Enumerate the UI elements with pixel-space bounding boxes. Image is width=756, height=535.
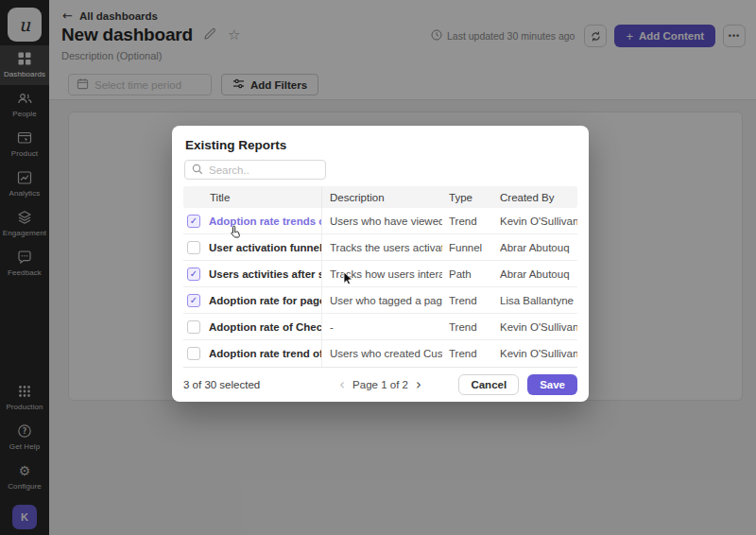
report-title: Adoption rate trend of Custom... (209, 348, 321, 359)
prev-page-icon[interactable]: ‹ (339, 378, 345, 392)
row-checkbox[interactable]: ✓ (187, 347, 200, 360)
search-input[interactable] (209, 164, 313, 176)
pagination: ‹ Page 1 of 2 › (339, 378, 421, 392)
report-title-link[interactable]: Adoption rate trends of sav... (209, 216, 321, 227)
row-checkbox[interactable]: ✓ (187, 294, 200, 307)
table-row[interactable]: ✓ Users activities after signing up Trac… (183, 261, 577, 287)
column-created-by: Created By (493, 192, 577, 203)
report-title: Users activities after signing up (209, 268, 321, 280)
report-title: User activation funnel (209, 242, 321, 253)
report-title: Adoption rate for pages (209, 295, 321, 306)
table-row[interactable]: ✓ Adoption rate of Checklists - Trend Ke… (183, 314, 577, 340)
search-box (184, 160, 326, 180)
column-title: Title (183, 192, 321, 203)
report-description: Users who created Custom dasb (321, 340, 442, 367)
existing-reports-modal: Existing Reports Title Description Type … (172, 126, 589, 402)
report-type: Trend (442, 295, 493, 306)
modal-title: Existing Reports (185, 138, 286, 152)
report-created-by: Kevin O'Sullivan (493, 348, 577, 359)
cancel-button[interactable]: Cancel (458, 374, 519, 395)
check-icon: ✓ (190, 296, 198, 305)
save-button[interactable]: Save (527, 374, 577, 395)
report-type: Path (442, 268, 493, 280)
column-type: Type (442, 192, 493, 203)
row-checkbox[interactable]: ✓ (187, 320, 200, 334)
report-type: Trend (442, 348, 493, 359)
report-description: Users who have viewed the in... (321, 208, 442, 233)
report-created-by: Abrar Abutouq (493, 268, 577, 280)
table-header: Title Description Type Created By (183, 186, 577, 208)
selected-count: 3 of 30 selected (183, 379, 260, 390)
check-icon: ✓ (190, 216, 198, 226)
check-icon: ✓ (190, 269, 198, 279)
table-row[interactable]: ✓ User activation funnel Tracks the user… (183, 234, 577, 261)
pagination-label: Page 1 of 2 (352, 379, 408, 390)
report-description: Tracks the users activation jou... (321, 234, 442, 260)
table-row[interactable]: ✓ Adoption rate trend of Custom... Users… (183, 340, 577, 367)
reports-table: Title Description Type Created By ✓ Adop… (183, 186, 577, 367)
row-checkbox[interactable]: ✓ (187, 215, 200, 228)
row-checkbox[interactable]: ✓ (187, 241, 200, 254)
table-row[interactable]: ✓ Adoption rate trends of sav... Users w… (183, 208, 577, 234)
search-icon (192, 162, 203, 179)
column-description: Description (321, 186, 442, 208)
report-description: User who tagged a page (321, 287, 442, 313)
modal-footer: 3 of 30 selected ‹ Page 1 of 2 › Cancel … (183, 367, 577, 402)
report-created-by: Kevin O'Sullivan (493, 216, 577, 227)
report-created-by: Kevin O'Sullivan (493, 321, 577, 333)
report-description: - (321, 314, 442, 339)
report-title: Adoption rate of Checklists (209, 321, 321, 333)
report-type: Funnel (442, 242, 493, 253)
report-type: Trend (442, 321, 493, 333)
report-created-by: Abrar Abutouq (493, 242, 577, 253)
row-checkbox[interactable]: ✓ (187, 268, 200, 281)
report-type: Trend (442, 216, 493, 227)
report-created-by: Lisa Ballantyne (493, 295, 577, 306)
table-row[interactable]: ✓ Adoption rate for pages User who tagge… (183, 287, 577, 314)
report-description: Tracks how users interact with (321, 261, 442, 286)
next-page-icon[interactable]: › (416, 378, 421, 392)
